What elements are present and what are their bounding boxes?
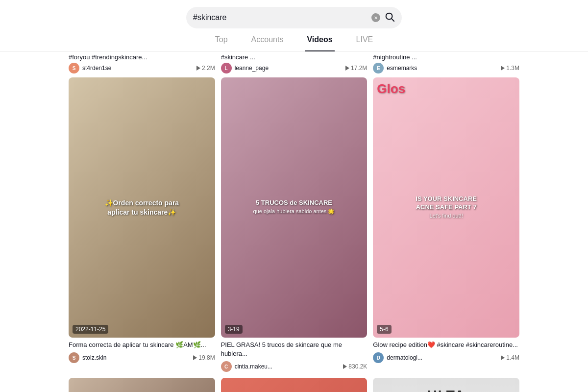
search-icon[interactable] [384,11,395,24]
partial-hashtag-3: #nightroutine ... [373,53,519,61]
content-area: #foryou #trendingskincare... S st4rden1s… [59,51,529,392]
video-title-3: Glow recipe edition❤️ #skincare #skincar… [373,341,519,349]
search-bar [186,7,402,28]
video-badge-2: 3-19 [225,325,243,334]
username-2: leanne_page [235,65,343,72]
card-meta-v2: C cintia.makeu... 830.2K [221,361,368,372]
video-thumbnail-1: ✨Orden correcto paraaplicar tu skincare✨… [69,77,215,338]
play-icon-1 [196,66,200,71]
video-title-2: PIEL GRASA! 5 trucos de skincare que me … [221,341,368,358]
username-v3: dermatologi... [387,354,498,361]
play-count-v2: 830.2K [343,363,367,370]
tabs-container: Top Accounts Videos LIVE [0,28,588,51]
svg-line-1 [392,19,394,21]
tab-accounts[interactable]: Accounts [249,28,286,51]
play-icon-3 [501,66,505,71]
search-bar-container [0,0,588,28]
video-card-4[interactable]: Please do brown 🤎🤎🤎 Brown skincare routi… [69,378,215,392]
video-thumbnail-2: 5 TRUCOS de SKINCAREque ojala hubiera sa… [221,77,368,338]
card-meta-1: S st4rden1se 2.2M [69,63,215,74]
play-icon-v3 [501,355,505,360]
avatar-v1: S [69,352,79,363]
thumb-overlay-2: 5 TRUCOS de SKINCAREque ojala hubiera sa… [228,199,360,216]
video-thumbnail-5: Cartman Skincare 😶 4-3 [221,378,368,392]
tab-top[interactable]: Top [213,28,230,51]
partial-hashtag-2: #skincare ... [221,53,368,61]
search-input[interactable] [193,13,368,22]
username-3: esmemarks [387,65,498,72]
video-card-3[interactable]: IS YOUR SKINCAREACNE SAFE PART 7Let's fi… [373,77,519,372]
clear-icon[interactable] [371,13,380,22]
play-count-v1: 19.8M [193,354,215,361]
thumb-overlay-1: ✨Orden correcto paraaplicar tu skincare✨ [76,198,208,216]
tab-live[interactable]: LIVE [354,28,375,51]
card-meta-v1: S stolz.skin 19.8M [69,352,215,363]
partial-card-3[interactable]: #nightroutine ... E esmemarks 1.3M [373,53,519,74]
video-thumbnail-4: Please do brown 🤎🤎🤎 Brown skincare routi… [69,378,215,392]
video-card-1[interactable]: ✨Orden correcto paraaplicar tu skincare✨… [69,77,215,372]
avatar-3: E [373,63,384,74]
video-thumbnail-3: IS YOUR SKINCAREACNE SAFE PART 7Let's fi… [373,77,519,338]
partial-card-1[interactable]: #foryou #trendingskincare... S st4rden1s… [69,53,215,74]
partial-hashtag-1: #foryou #trendingskincare... [69,53,215,61]
ulta-text: ULTA [427,388,466,392]
video-thumbnail-6: ULTA ulta skincare you should AVOID(medi… [373,378,519,392]
thumb-overlay-3: IS YOUR SKINCAREACNE SAFE PART 7Let's fi… [380,195,512,220]
card-meta-v3: D dermatologi... 1.4M [373,352,519,363]
video-card-5[interactable]: Cartman Skincare 😶 4-3 [221,378,368,392]
username-v1: stolz.skin [82,354,190,361]
tab-videos[interactable]: Videos [305,28,334,51]
play-count-1: 2.2M [196,65,215,72]
play-icon-v2 [343,364,347,369]
video-title-1: Forma correcta de aplicar tu skincare 🌿A… [69,341,215,349]
avatar-v3: D [373,352,384,363]
card-meta-2: L leanne_page 17.2M [221,63,368,74]
play-icon-2 [345,66,349,71]
video-card-6[interactable]: ULTA ulta skincare you should AVOID(medi… [373,378,519,392]
video-row-1: ✨Orden correcto paraaplicar tu skincare✨… [69,77,519,372]
partial-card-2[interactable]: #skincare ... L leanne_page 17.2M [221,53,368,74]
video-card-2[interactable]: 5 TRUCOS de SKINCAREque ojala hubiera sa… [221,77,368,372]
username-v2: cintia.makeu... [235,363,341,370]
play-count-v3: 1.4M [501,354,519,361]
avatar-1: S [69,63,79,74]
video-badge-1: 2022-11-25 [73,325,108,334]
play-count-2: 17.2M [345,65,367,72]
play-count-3: 1.3M [501,65,519,72]
glos-text: Glos [377,81,405,97]
play-icon-v1 [193,355,197,360]
avatar-v2: C [221,361,232,372]
partial-row: #foryou #trendingskincare... S st4rden1s… [69,51,519,74]
card-meta-3: E esmemarks 1.3M [373,63,519,74]
video-badge-3: 5-6 [377,325,391,334]
username-1: st4rden1se [82,65,194,72]
video-row-2: Please do brown 🤎🤎🤎 Brown skincare routi… [69,378,519,392]
avatar-2: L [221,63,232,74]
